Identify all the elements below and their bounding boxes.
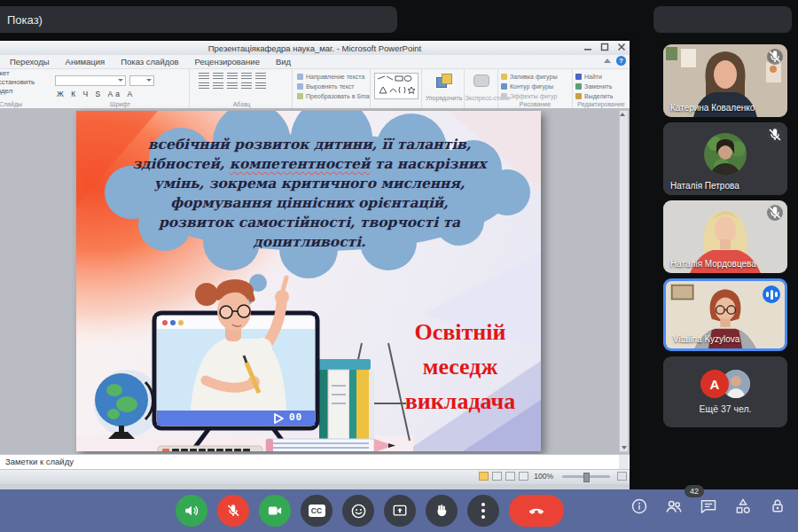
canvas-scrollbar[interactable] [619,110,629,452]
more-options-icon [481,503,485,519]
slide-canvas[interactable]: всебічний розвиток дитини, її талантів, … [0,108,630,454]
tab-transitions[interactable]: Переходы [2,55,58,69]
text-direction-icon [297,74,303,80]
speaking-indicator-icon [763,286,780,303]
help-icon[interactable]: ? [616,56,626,66]
align-text-label: Выровнять текст [306,83,355,90]
info-icon[interactable] [630,497,649,516]
end-call-button[interactable] [509,495,564,527]
participant-tile[interactable]: Наталія Мордовцева [663,200,787,273]
message-line: Освітній [388,315,532,349]
raise-hand-button[interactable] [426,495,458,527]
layout-button[interactable]: Макет [0,69,50,78]
find-label: Найти [584,74,602,80]
restore-icon[interactable] [600,43,609,51]
scroll-down-icon[interactable] [622,446,627,450]
camera-button[interactable] [259,495,291,527]
participant-name: Vitalina Kyzylova [673,334,739,344]
group-label-editing: Редактирование [573,101,630,107]
select-label: Выделить [584,93,613,99]
avatar-letter: A [700,370,729,398]
fit-to-window-icon[interactable] [617,472,627,481]
justify-icon[interactable] [241,82,252,90]
ribbon-group-paragraph: Абзац [192,69,293,108]
tab-slideshow[interactable]: Показ слайдов [113,55,186,69]
bullets-icon[interactable] [199,73,209,80]
ribbon-group-shapes [371,69,422,108]
close-icon[interactable] [617,43,626,51]
text-direction-button[interactable]: Направление текста [294,72,370,82]
align-center-icon[interactable] [213,82,223,90]
replace-button[interactable]: Заменить [573,82,630,91]
zoom-slider-thumb[interactable] [583,473,590,482]
tab-animations[interactable]: Анимация [58,55,113,69]
align-text-icon [297,83,303,90]
captions-button[interactable]: CC [301,495,332,527]
host-controls-lock-icon[interactable] [768,497,787,516]
participant-tile[interactable]: Наталія Петрова [663,122,787,195]
font-name-combo[interactable] [55,75,126,86]
minimize-icon[interactable] [583,43,592,51]
scroll-up-icon[interactable] [620,113,625,116]
reset-button[interactable]: Восстановить [0,78,50,87]
font-style-buttons[interactable]: Ж К Ч S Аа А [51,88,189,98]
group-label-drawing: Рисование [498,101,572,107]
shape-effects-button[interactable]: Эффекты фигур [498,91,572,101]
slide-sorter-icon[interactable] [492,472,502,481]
more-participants-tile[interactable]: A Ещё 37 чел. [663,356,787,427]
shapes-gallery[interactable] [374,73,419,99]
quick-styles-icon[interactable] [473,74,489,87]
keyboard-illustration [158,446,262,451]
activities-icon[interactable] [733,497,753,516]
ppt-title-bar[interactable]: Презентаціякафедра наука_маг. - Microsof… [0,41,630,56]
ribbon-tab-strip: Переходы Анимация Показ слайдов Рецензир… [0,55,630,69]
indent-increase-icon[interactable] [241,73,252,80]
meeting-window: Показ) Презентаціякафедра наука_маг. - M… [0,0,798,532]
reactions-button[interactable] [342,495,374,527]
shape-effects-label: Эффекты фигур [510,93,557,99]
smartart-icon [297,93,303,99]
line-spacing-icon[interactable] [255,73,266,80]
people-icon[interactable] [664,497,684,516]
top-right-panel [653,6,792,33]
align-right-icon[interactable] [227,82,238,90]
more-options-button[interactable] [467,495,499,527]
align-text-button[interactable]: Выровнять текст [294,82,370,91]
shape-fill-button[interactable]: Заливка фигуры [498,72,572,82]
indent-decrease-icon[interactable] [227,73,238,80]
present-button[interactable] [384,495,416,527]
notes-scrollbar[interactable] [619,455,629,469]
notes-pane[interactable]: Заметки к слайду [0,454,630,469]
shape-outline-button[interactable]: Контур фигуры [498,82,572,91]
ribbon-group-quickstyles: Экспресс-стили [465,69,498,108]
section-button[interactable]: Раздел [0,87,50,96]
zoom-slider[interactable] [562,475,610,478]
speaker-button[interactable] [176,495,207,527]
reading-view-icon[interactable] [505,472,515,481]
align-left-icon[interactable] [199,82,209,90]
message-line: меседж [388,349,532,384]
slideshow-view-icon[interactable] [519,472,528,481]
tab-review[interactable]: Рецензирование [187,55,268,69]
arrange-icon[interactable] [436,74,452,88]
find-button[interactable]: Найти [573,72,630,82]
participant-tile-active-speaker[interactable]: Vitalina Kyzylova [663,278,787,351]
columns-icon[interactable] [255,82,266,90]
normal-view-icon[interactable] [479,472,489,481]
microphone-muted-button[interactable] [217,495,249,527]
slide[interactable]: всебічний розвиток дитини, її талантів, … [76,111,541,451]
notes-placeholder: Заметки к слайду [5,457,74,466]
chat-icon[interactable] [699,497,718,516]
overflow-avatars: A [700,370,750,398]
participant-tile[interactable]: Катерина Коваленко [663,44,787,117]
participant-name: Катерина Коваленко [670,103,755,113]
collapse-ribbon-icon[interactable] [604,59,611,63]
quick-styles-label[interactable]: Экспресс-стили [465,95,497,101]
tab-view[interactable]: Вид [268,55,299,69]
numbering-icon[interactable] [213,73,223,80]
more-participants-label: Ещё 37 чел. [699,403,751,414]
convert-smartart-button[interactable]: Преобразовать в SmartArt [294,91,370,101]
select-button[interactable]: Выделить [573,91,630,101]
font-size-combo[interactable] [129,75,154,86]
arrange-label[interactable]: Упорядочить [424,95,464,101]
